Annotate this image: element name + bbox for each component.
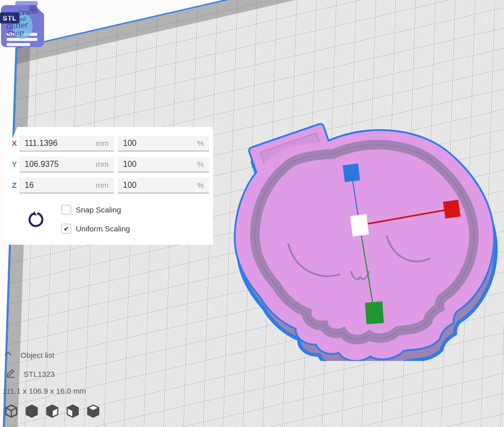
uniform-scaling-checkbox[interactable]: ✔ bbox=[61, 224, 71, 233]
scale-row-z: Z 16 mm 100 % bbox=[4, 178, 213, 194]
axis-y-label: Y bbox=[8, 160, 20, 168]
scale-handle-z[interactable] bbox=[343, 163, 360, 182]
view-front-button[interactable] bbox=[25, 403, 39, 419]
uniform-check-glyph: ✔ bbox=[64, 225, 69, 232]
model-pumpkin-mold[interactable] bbox=[218, 120, 504, 361]
view-left-button[interactable] bbox=[66, 403, 80, 419]
cube-left-face-icon bbox=[66, 403, 80, 419]
chevron-up-icon bbox=[4, 351, 12, 357]
object-list-collapse-button[interactable] bbox=[4, 351, 12, 358]
stl-file-logo: STL The Crafts and Glitter Shop bbox=[0, 1, 47, 49]
scale-y-percent-input[interactable]: 100 % bbox=[118, 157, 209, 173]
snap-scaling-checkbox[interactable] bbox=[61, 205, 71, 215]
scale-row-y: Y 106.9375 mm 100 % bbox=[4, 157, 213, 173]
scale-tool-panel: X 111.1396 mm 100 % Y 106.9375 mm 100 % … bbox=[4, 127, 213, 245]
axis-z-label: Z bbox=[8, 181, 20, 189]
cube-solid-icon bbox=[25, 403, 39, 419]
pencil-icon bbox=[6, 368, 16, 378]
view-right-button[interactable] bbox=[86, 403, 100, 419]
snap-scaling-label: Snap Scaling bbox=[76, 205, 121, 215]
rename-object-button[interactable] bbox=[5, 368, 16, 379]
scale-y-mm-input[interactable]: 106.9375 mm bbox=[19, 157, 114, 173]
object-name[interactable]: STL1323 bbox=[24, 370, 55, 378]
scale-x-mm-input[interactable]: 111.1396 mm bbox=[19, 136, 114, 152]
camera-view-toolbar bbox=[4, 403, 100, 419]
3d-viewport[interactable]: STL The Crafts and Glitter Shop X 111.13… bbox=[0, 0, 504, 427]
scale-handle-y[interactable] bbox=[365, 302, 384, 324]
cube-top-face-icon bbox=[86, 403, 100, 419]
reset-scale-button[interactable] bbox=[27, 210, 45, 229]
scale-handle-center[interactable] bbox=[350, 214, 369, 237]
scale-z-mm-input[interactable]: 16 mm bbox=[19, 178, 114, 194]
scale-handle-x[interactable] bbox=[443, 200, 460, 219]
scale-z-percent-input[interactable]: 100 % bbox=[118, 178, 209, 194]
axis-x-label: X bbox=[8, 139, 20, 147]
cube-wireframe-icon bbox=[4, 403, 18, 419]
view-3d-button[interactable] bbox=[4, 403, 18, 419]
uniform-scaling-label: Uniform Scaling bbox=[76, 224, 130, 233]
scale-x-percent-input[interactable]: 100 % bbox=[118, 136, 209, 152]
object-list-header[interactable]: Object list bbox=[20, 351, 54, 359]
logo-doc-line bbox=[7, 43, 30, 46]
view-top-button[interactable] bbox=[45, 403, 59, 419]
cube-front-face-icon bbox=[45, 403, 59, 419]
logo-watermark-text: The Crafts and Glitter Shop bbox=[2, 7, 48, 38]
reset-icon bbox=[27, 210, 45, 229]
build-plate-margin-band-top bbox=[17, 0, 504, 64]
scale-row-x: X 111.1396 mm 100 % bbox=[4, 136, 213, 152]
object-dimensions: 111.1 x 106.9 x 16.0 mm bbox=[3, 387, 86, 395]
